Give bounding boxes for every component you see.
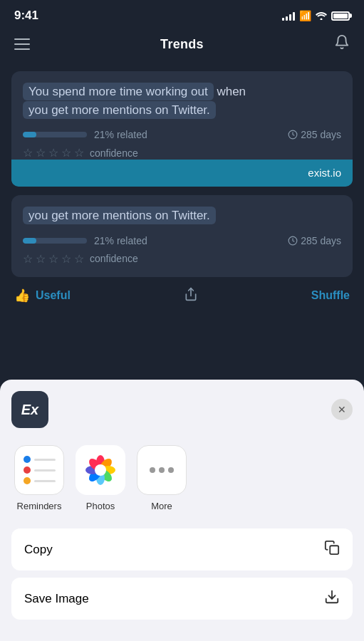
page-title: Trends	[160, 37, 204, 52]
confidence-stars: ☆ ☆ ☆ ☆ ☆ confidence	[23, 146, 341, 160]
useful-button[interactable]: 👍 Useful	[14, 288, 71, 303]
app-icon: Ex	[11, 391, 48, 428]
wifi-icon	[316, 11, 327, 20]
copy-icon	[324, 540, 340, 559]
copy-label: Copy	[24, 543, 53, 557]
star-4: ☆	[61, 252, 71, 266]
close-button[interactable]: ✕	[331, 399, 353, 420]
second-progress-bar	[23, 238, 87, 244]
star-1: ☆	[23, 146, 33, 160]
second-card-text: you get more mentions on Twitter.	[23, 207, 341, 225]
svg-point-0	[321, 19, 323, 21]
star-4: ☆	[61, 146, 71, 160]
star-5: ☆	[74, 252, 84, 266]
second-confidence-label: confidence	[90, 253, 138, 264]
share-button[interactable]	[184, 287, 198, 304]
trend-stats: 21% related 285 days	[23, 129, 341, 140]
copy-button[interactable]: Copy	[11, 528, 353, 570]
photos-icon	[76, 445, 125, 495]
second-days-count: 285 days	[288, 235, 341, 246]
star-3: ☆	[48, 252, 58, 266]
second-progress-container: 21% related	[23, 235, 288, 246]
share-apps-row: Reminders Photos	[11, 445, 353, 511]
progress-container: 21% related	[23, 129, 288, 140]
progress-fill	[23, 132, 36, 137]
content-area: You spend more time working out when you…	[0, 66, 364, 310]
share-app-photos[interactable]: Photos	[76, 445, 125, 511]
useful-label: Useful	[36, 289, 71, 302]
confidence-label: confidence	[90, 147, 138, 159]
second-tag: you get more mentions on Twitter.	[23, 207, 216, 224]
app-header: Trends	[0, 28, 364, 66]
app-icon-text: Ex	[21, 402, 38, 418]
second-confidence-stars: ☆ ☆ ☆ ☆ ☆ confidence	[23, 252, 341, 266]
related-percent: 21% related	[94, 129, 147, 140]
star-1: ☆	[23, 252, 33, 266]
photos-label: Photos	[86, 501, 115, 511]
share-sheet-header: Ex ✕	[11, 391, 353, 428]
thumbs-up-icon: 👍	[14, 288, 30, 303]
photos-flower-icon	[83, 452, 118, 488]
exist-banner: exist.io	[11, 160, 353, 187]
star-5: ☆	[74, 146, 84, 160]
shuffle-label: Shuffle	[311, 289, 350, 301]
progress-bar	[23, 132, 87, 137]
reminders-icon	[14, 445, 64, 495]
more-icon	[137, 445, 187, 495]
save-image-label: Save Image	[24, 592, 89, 606]
exist-link[interactable]: exist.io	[308, 167, 341, 179]
download-icon	[324, 589, 340, 608]
days-count: 285 days	[288, 129, 341, 140]
notifications-bell-icon[interactable]	[334, 34, 350, 54]
more-dots-icon	[150, 467, 174, 473]
star-3: ☆	[48, 146, 58, 160]
share-app-more[interactable]: More	[137, 445, 187, 511]
battery-icon	[331, 11, 350, 21]
star-2: ☆	[36, 252, 46, 266]
reminders-list-icon	[16, 449, 63, 491]
trend-card-main: You spend more time working out when you…	[11, 71, 353, 187]
trend-connector: when	[217, 85, 246, 98]
star-2: ☆	[36, 146, 46, 160]
share-app-reminders[interactable]: Reminders	[14, 445, 64, 511]
second-related-percent: 21% related	[94, 235, 147, 246]
status-bar: 9:41 📶	[0, 0, 364, 28]
trend-text: You spend more time working out when you…	[23, 83, 341, 119]
svg-rect-13	[330, 546, 338, 554]
wifi-icon: 📶	[299, 10, 311, 21]
status-icons: 📶	[282, 10, 350, 21]
trend-card-secondary: you get more mentions on Twitter. 21% re…	[11, 195, 353, 277]
trend-object-tag: you get more mentions on Twitter.	[23, 101, 216, 119]
status-time: 9:41	[14, 9, 38, 23]
reminders-label: Reminders	[17, 501, 62, 511]
menu-button[interactable]	[14, 38, 30, 50]
svg-point-12	[95, 464, 106, 476]
signal-icon	[282, 11, 295, 21]
share-action-buttons: Copy Save Image	[11, 528, 353, 620]
action-bar: 👍 Useful Shuffle	[11, 287, 353, 304]
second-progress-fill	[23, 238, 36, 244]
trend-subject-tag: You spend more time working out	[23, 83, 214, 100]
second-stats: 21% related 285 days	[23, 235, 341, 246]
share-sheet: Ex ✕	[0, 380, 364, 641]
shuffle-button[interactable]: Shuffle	[311, 289, 350, 302]
save-image-button[interactable]: Save Image	[11, 578, 353, 620]
more-label: More	[151, 501, 172, 511]
